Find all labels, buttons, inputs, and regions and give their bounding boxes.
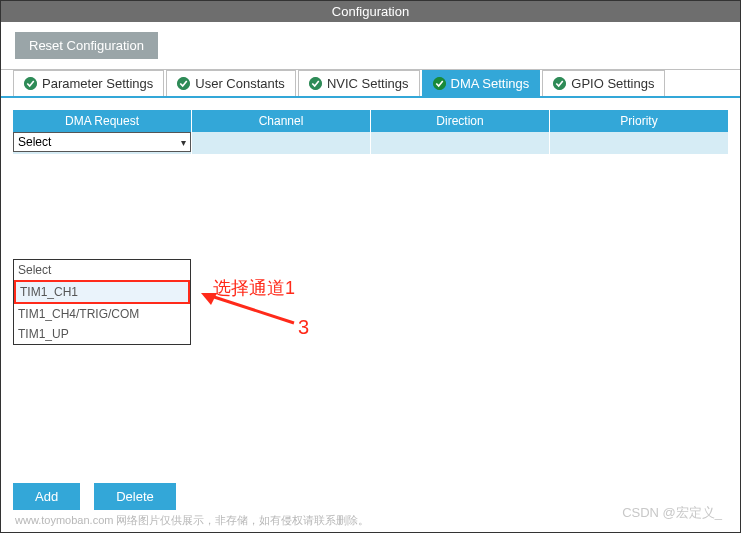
arrow-icon bbox=[199, 293, 299, 343]
svg-point-1 bbox=[177, 77, 190, 90]
tab-bar: Parameter Settings User Constants NVIC S… bbox=[1, 69, 740, 98]
annotation-text: 选择通道1 bbox=[213, 276, 295, 300]
column-header-direction: Direction bbox=[371, 110, 550, 132]
tab-label: DMA Settings bbox=[451, 76, 530, 91]
tab-label: Parameter Settings bbox=[42, 76, 153, 91]
check-icon bbox=[553, 77, 566, 90]
dropdown-item-tim1-ch1[interactable]: TIM1_CH1 bbox=[14, 280, 190, 304]
column-header-channel: Channel bbox=[192, 110, 371, 132]
tab-dma-settings[interactable]: DMA Settings bbox=[422, 70, 541, 96]
watermark-left: www.toymoban.com 网络图片仅供展示，非存储，如有侵权请联系删除。 bbox=[15, 513, 369, 528]
select-value: Select bbox=[18, 135, 51, 149]
table-header-row: DMA Request Channel Direction Priority bbox=[13, 110, 728, 132]
cell-dma-request: Select ▾ bbox=[13, 132, 192, 154]
tab-user-constants[interactable]: User Constants bbox=[166, 70, 296, 96]
cell-direction bbox=[371, 132, 550, 154]
check-icon bbox=[24, 77, 37, 90]
cell-channel bbox=[192, 132, 371, 154]
add-label: Add bbox=[35, 489, 58, 504]
content-area: DMA Request Channel Direction Priority S… bbox=[1, 98, 740, 478]
chevron-down-icon: ▾ bbox=[181, 137, 186, 148]
add-button[interactable]: Add bbox=[13, 483, 80, 510]
window-title: Configuration bbox=[332, 4, 409, 19]
tab-gpio-settings[interactable]: GPIO Settings bbox=[542, 70, 665, 96]
dma-table: DMA Request Channel Direction Priority S… bbox=[1, 98, 740, 154]
svg-point-2 bbox=[309, 77, 322, 90]
dma-request-select[interactable]: Select ▾ bbox=[13, 132, 191, 152]
svg-point-3 bbox=[433, 77, 446, 90]
window-title-bar: Configuration bbox=[1, 1, 740, 22]
dropdown-item-tim1-up[interactable]: TIM1_UP bbox=[14, 324, 190, 344]
reset-label: Reset Configuration bbox=[29, 38, 144, 53]
tab-label: User Constants bbox=[195, 76, 285, 91]
dropdown-item-tim1-ch4[interactable]: TIM1_CH4/TRIG/COM bbox=[14, 304, 190, 324]
tab-label: GPIO Settings bbox=[571, 76, 654, 91]
tab-nvic-settings[interactable]: NVIC Settings bbox=[298, 70, 420, 96]
delete-button[interactable]: Delete bbox=[94, 483, 176, 510]
svg-line-5 bbox=[211, 296, 294, 323]
watermark-right: CSDN @宏定义_ bbox=[622, 504, 722, 522]
dropdown-item-select[interactable]: Select bbox=[14, 260, 190, 280]
annotation-number: 3 bbox=[298, 316, 309, 339]
svg-point-4 bbox=[553, 77, 566, 90]
column-header-dma-request: DMA Request bbox=[13, 110, 192, 132]
tab-parameter-settings[interactable]: Parameter Settings bbox=[13, 70, 164, 96]
check-icon bbox=[309, 77, 322, 90]
table-row: Select ▾ bbox=[13, 132, 728, 154]
tab-label: NVIC Settings bbox=[327, 76, 409, 91]
delete-label: Delete bbox=[116, 489, 154, 504]
check-icon bbox=[433, 77, 446, 90]
footer-buttons: Add Delete bbox=[13, 483, 176, 510]
dma-request-dropdown: Select TIM1_CH1 TIM1_CH4/TRIG/COM TIM1_U… bbox=[13, 259, 191, 345]
reset-configuration-button[interactable]: Reset Configuration bbox=[15, 32, 158, 59]
column-header-priority: Priority bbox=[550, 110, 728, 132]
cell-priority bbox=[550, 132, 728, 154]
svg-point-0 bbox=[24, 77, 37, 90]
check-icon bbox=[177, 77, 190, 90]
